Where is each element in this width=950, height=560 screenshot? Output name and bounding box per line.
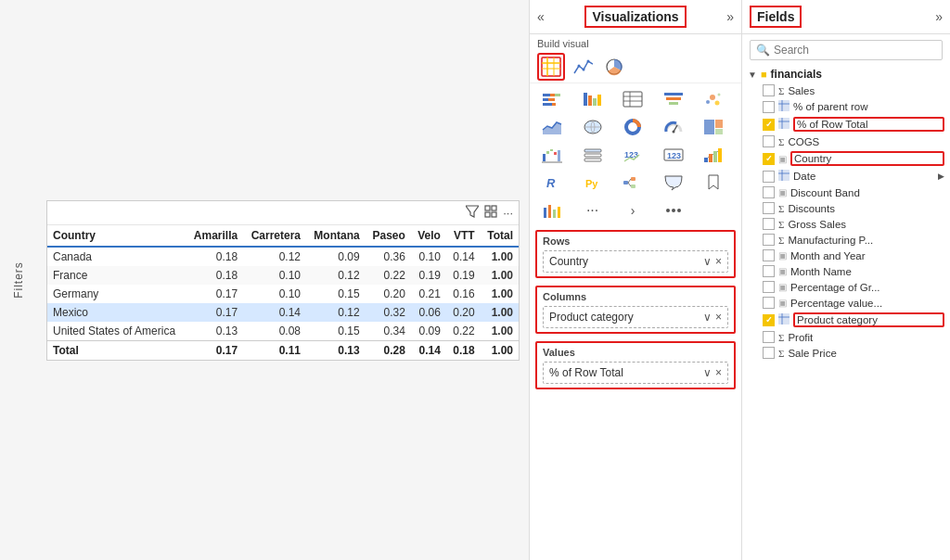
decomp-tree-icon[interactable] bbox=[616, 170, 649, 196]
values-close-icon[interactable]: × bbox=[715, 366, 722, 379]
waterfall-icon[interactable] bbox=[535, 142, 569, 168]
bookmark-icon[interactable] bbox=[697, 170, 730, 196]
field-checkbox[interactable] bbox=[763, 171, 775, 183]
svg-rect-74 bbox=[778, 100, 790, 111]
clustered-bar-icon[interactable] bbox=[576, 86, 610, 112]
left-panel: Filters ··· Country A bbox=[0, 0, 529, 560]
svg-text:R: R bbox=[546, 176, 556, 190]
bar-chart2-icon[interactable] bbox=[535, 197, 569, 223]
field-checkbox[interactable] bbox=[763, 135, 775, 147]
r-icon[interactable]: R bbox=[535, 170, 569, 196]
svg-rect-69 bbox=[553, 210, 556, 218]
field-item[interactable]: ΣManufacturing P... bbox=[746, 232, 946, 248]
field-item[interactable]: ▣Country bbox=[746, 149, 946, 168]
field-checkbox[interactable] bbox=[763, 153, 775, 165]
field-checkbox[interactable] bbox=[763, 119, 775, 131]
svg-rect-68 bbox=[548, 205, 551, 218]
field-checkbox[interactable] bbox=[763, 249, 775, 261]
svg-rect-58 bbox=[713, 151, 717, 162]
funnel-chart-icon[interactable] bbox=[657, 86, 690, 112]
field-item[interactable]: ▣Percentage of Gr... bbox=[746, 279, 946, 295]
field-item[interactable]: ▣Discount Band bbox=[746, 185, 946, 200]
columns-chevron-icon[interactable]: ∨ bbox=[703, 311, 712, 324]
svg-rect-67 bbox=[544, 208, 546, 218]
svg-rect-44 bbox=[543, 154, 546, 161]
card-icon[interactable]: 123 bbox=[657, 142, 690, 168]
field-item[interactable]: % of Row Total bbox=[746, 115, 946, 134]
matrix-icon[interactable] bbox=[537, 53, 565, 81]
field-label: Month and Year bbox=[790, 250, 944, 261]
gauge-icon[interactable] bbox=[657, 114, 690, 140]
rows-section: Rows Country ∨ × bbox=[535, 230, 736, 278]
area-chart-icon[interactable] bbox=[535, 114, 569, 140]
field-type-none: ▣ bbox=[778, 298, 787, 308]
rows-field-chip[interactable]: Country ∨ × bbox=[543, 250, 728, 273]
field-label: Percentage of Gr... bbox=[790, 282, 944, 293]
field-checkbox[interactable] bbox=[763, 347, 775, 359]
field-item[interactable]: ▣Month and Year bbox=[746, 248, 946, 263]
slicer-icon[interactable] bbox=[576, 142, 610, 168]
line-chart-icon[interactable] bbox=[569, 53, 597, 81]
field-checkbox[interactable] bbox=[763, 331, 775, 343]
field-checkbox[interactable] bbox=[763, 84, 775, 96]
left-collapse-arrows[interactable]: « bbox=[537, 9, 545, 24]
donut-chart-icon[interactable] bbox=[616, 114, 649, 140]
columns-label: Columns bbox=[543, 291, 728, 302]
field-item[interactable]: ▣Month Name bbox=[746, 263, 946, 279]
more-visuals-icon[interactable]: ··· bbox=[576, 197, 610, 223]
more-icon[interactable]: ··· bbox=[503, 206, 513, 220]
field-checkbox[interactable] bbox=[763, 234, 775, 246]
field-checkbox[interactable] bbox=[763, 101, 775, 113]
rows-close-icon[interactable]: × bbox=[715, 255, 722, 268]
svg-rect-20 bbox=[552, 103, 556, 106]
field-checkbox[interactable] bbox=[763, 202, 775, 214]
field-checkbox[interactable] bbox=[763, 297, 775, 309]
field-checkbox[interactable] bbox=[763, 281, 775, 293]
field-item[interactable]: Date▶ bbox=[746, 168, 946, 185]
stacked-bar-icon[interactable] bbox=[535, 86, 569, 112]
field-item[interactable]: ΣProfit bbox=[746, 329, 946, 345]
filter-icon[interactable] bbox=[466, 205, 479, 221]
speech-bubble-icon[interactable] bbox=[657, 170, 690, 196]
field-item[interactable]: ΣSale Price bbox=[746, 345, 946, 361]
kpi-icon[interactable]: 123 bbox=[616, 142, 649, 168]
search-input[interactable] bbox=[774, 44, 936, 57]
expand-icon[interactable] bbox=[484, 205, 497, 221]
right-expand-arrows[interactable]: » bbox=[726, 9, 734, 24]
field-item[interactable]: ΣCOGS bbox=[746, 134, 946, 149]
fields-expand-arrows[interactable]: » bbox=[935, 9, 943, 24]
map-icon[interactable] bbox=[576, 114, 610, 140]
field-checkbox[interactable] bbox=[763, 314, 775, 326]
rows-chevron-icon[interactable]: ∨ bbox=[703, 255, 712, 268]
options-icon[interactable] bbox=[657, 197, 690, 223]
field-item[interactable]: ΣGross Sales bbox=[746, 216, 946, 232]
table-list-icon[interactable] bbox=[616, 86, 649, 112]
table-type-icon bbox=[778, 100, 790, 113]
pie-chart-icon[interactable] bbox=[600, 53, 628, 81]
expand-visuals-icon[interactable]: › bbox=[616, 197, 649, 223]
fields-header: Fields » bbox=[742, 0, 950, 34]
financials-group-header[interactable]: ▼ ■ financials bbox=[746, 66, 946, 83]
columns-close-icon[interactable]: × bbox=[715, 311, 722, 324]
svg-point-72 bbox=[672, 209, 675, 212]
scatter-chart-icon[interactable] bbox=[697, 86, 730, 112]
field-item[interactable]: ΣDiscounts bbox=[746, 200, 946, 216]
values-chevron-icon[interactable]: ∨ bbox=[703, 366, 712, 379]
svg-text:123: 123 bbox=[667, 151, 681, 160]
field-item[interactable]: ▣Percentage value... bbox=[746, 295, 946, 311]
treemap-icon[interactable] bbox=[697, 114, 730, 140]
columns-field-chip[interactable]: Product category ∨ × bbox=[543, 306, 728, 328]
field-item[interactable]: ΣSales bbox=[746, 83, 946, 98]
field-item[interactable]: Product category bbox=[746, 311, 946, 329]
values-field-chip[interactable]: % of Row Total ∨ × bbox=[543, 362, 728, 384]
sigma-icon: Σ bbox=[778, 85, 784, 96]
field-checkbox[interactable] bbox=[763, 186, 775, 198]
field-checkbox[interactable] bbox=[763, 265, 775, 277]
ribbon-chart-icon[interactable] bbox=[697, 142, 730, 168]
python-icon[interactable]: Py bbox=[576, 170, 610, 196]
field-checkbox[interactable] bbox=[763, 218, 775, 230]
field-label: % of parent row bbox=[793, 101, 944, 112]
field-item[interactable]: % of parent row bbox=[746, 98, 946, 115]
search-box[interactable]: 🔍 bbox=[750, 40, 943, 60]
svg-rect-51 bbox=[584, 154, 601, 157]
